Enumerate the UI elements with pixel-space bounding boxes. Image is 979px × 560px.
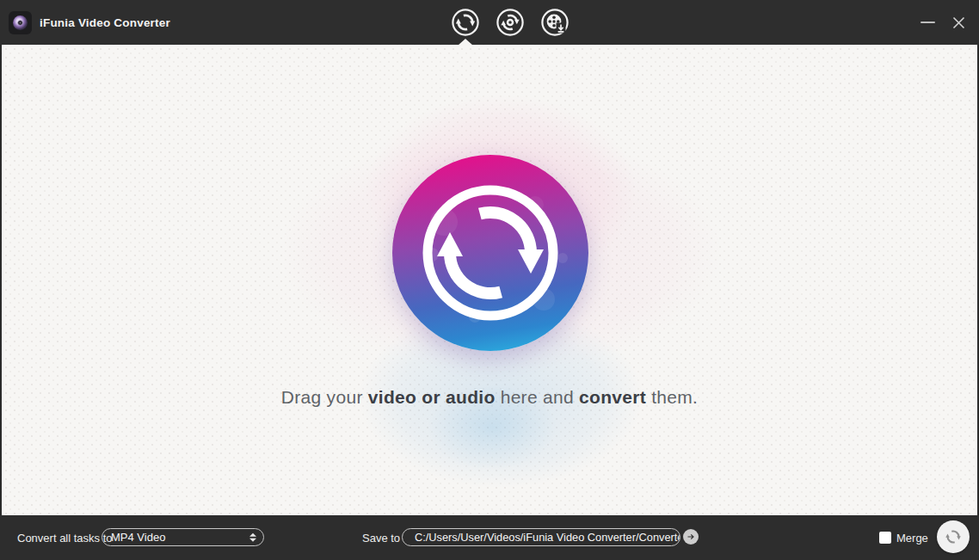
sync-arrows-icon: [451, 8, 480, 37]
app-title: iFunia Video Converter: [40, 16, 170, 29]
convert-all-label: Convert all tasks to: [17, 532, 113, 545]
select-arrows-icon: [249, 532, 256, 542]
save-path-field[interactable]: C:/Users/User/Videos/iFunia Video Conver…: [402, 528, 680, 546]
go-arrow-icon[interactable]: [683, 529, 699, 545]
convert-button[interactable]: [937, 520, 970, 553]
sync-arrows-icon: [942, 526, 964, 548]
app-identity: iFunia Video Converter: [9, 0, 170, 45]
tab-ripper[interactable]: [496, 8, 525, 37]
merge-label: Merge: [896, 532, 928, 545]
drop-hint: Drag your video or audio here and conver…: [2, 387, 977, 408]
tab-downloader[interactable]: [540, 8, 570, 37]
close-icon[interactable]: [950, 14, 967, 31]
tab-convert[interactable]: [451, 8, 480, 37]
tab-bar: [451, 0, 570, 45]
drop-hint-bold: video or audio: [368, 387, 496, 407]
convert-badge-icon: [392, 155, 588, 351]
film-reel-download-icon: [540, 8, 570, 37]
active-tab-notch: [458, 39, 473, 46]
merge-checkbox[interactable]: [879, 532, 891, 544]
save-to-label: Save to: [362, 532, 400, 545]
app-logo-icon: [9, 11, 32, 34]
menu-icon[interactable]: [890, 14, 905, 31]
save-path-value: C:/Users/User/Videos/iFunia Video Conver…: [415, 531, 680, 544]
drop-area[interactable]: Drag your video or audio here and conver…: [0, 45, 979, 515]
format-select[interactable]: MP4 Video: [102, 528, 264, 546]
minimize-icon[interactable]: [919, 14, 936, 31]
drop-hint-text: Drag your: [281, 387, 368, 407]
drop-hint-bold: convert: [579, 387, 646, 407]
drop-hint-text: them.: [646, 387, 698, 407]
format-select-value: MP4 Video: [111, 531, 165, 544]
disc-sync-icon: [496, 8, 525, 37]
footer-bar: Convert all tasks to MP4 Video Save to C…: [0, 515, 979, 560]
titlebar: iFunia Video Converter: [0, 0, 979, 45]
drop-hint-text: here and: [496, 387, 580, 407]
window-controls: [890, 0, 967, 45]
app-window: iFunia Video Converter: [0, 0, 979, 560]
